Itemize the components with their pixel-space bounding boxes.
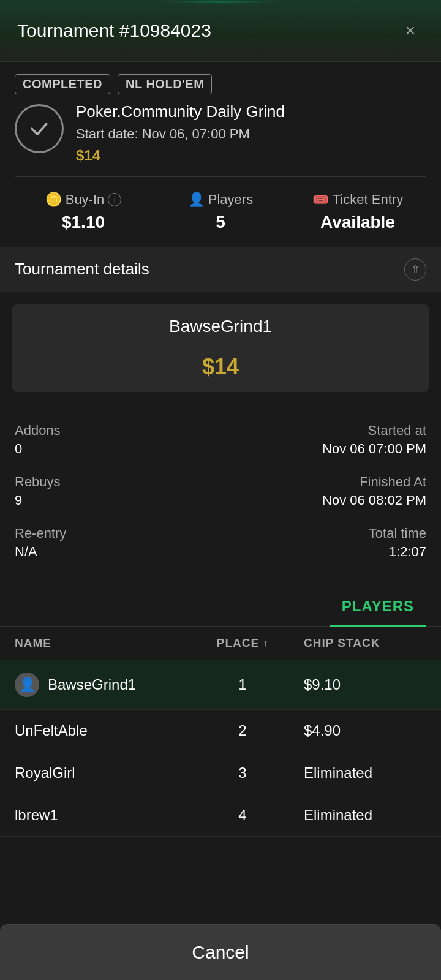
reentry-left: Re-entry N/A xyxy=(15,517,221,568)
info-icon: i xyxy=(108,193,121,206)
players-tab-section: PLAYERS NAME PLACE ↑ CHIP STACK 👤BawseGr… xyxy=(0,583,441,837)
chip-stack-cell: $4.90 xyxy=(304,722,426,739)
sort-arrow-icon: ↑ xyxy=(263,638,268,649)
buy-in-label: Buy-In xyxy=(66,192,105,208)
player-card-prize: $14 xyxy=(27,354,414,380)
status-badge: COMPLETED xyxy=(15,74,110,94)
rebuys-left: Rebuys 9 xyxy=(15,466,221,517)
place-cell: 2 xyxy=(181,722,304,739)
buy-in-icon: 🪙 xyxy=(45,192,62,208)
place-cell: 4 xyxy=(181,807,304,824)
table-header: NAME PLACE ↑ CHIP STACK xyxy=(0,627,441,660)
chip-stack-cell: $9.10 xyxy=(304,676,426,693)
tournament-name: Poker.Community Daily Grind xyxy=(76,102,426,123)
avatar: 👤 xyxy=(15,673,39,697)
ticket-icon: 🎟️ xyxy=(312,192,329,208)
table-row: lbrew14Eliminated xyxy=(0,794,441,837)
players-value: 5 xyxy=(216,213,225,232)
game-type-badge: NL HOLD'EM xyxy=(118,74,212,94)
player-name-cell: 👤BawseGrind1 xyxy=(15,673,181,697)
chip-stack-cell: Eliminated xyxy=(304,764,426,782)
players-table-body: 👤BawseGrind11$9.10UnFeltAble2$4.90RoyalG… xyxy=(0,660,441,837)
top-bar: Tournament #10984023 × xyxy=(0,0,441,62)
finished-at-right: Finished At Nov 06 08:02 PM xyxy=(221,466,426,517)
player-name-cell: RoyalGirl xyxy=(15,764,181,782)
place-cell: 1 xyxy=(181,676,304,693)
buy-in-stat: 🪙 Buy-In i $1.10 xyxy=(15,192,152,232)
details-header: Tournament details ⇧ xyxy=(0,247,441,292)
close-button[interactable]: × xyxy=(397,17,424,44)
tournament-title: Tournament #10984023 xyxy=(17,20,211,41)
col-place: PLACE ↑ xyxy=(181,636,304,650)
stats-row: 🪙 Buy-In i $1.10 👤 Players 5 🎟️ Ticket E… xyxy=(0,177,441,247)
ticket-entry-label: Ticket Entry xyxy=(333,192,403,208)
start-date: Start date: Nov 06, 07:00 PM xyxy=(76,126,426,142)
player-card: BawseGrind1 $14 xyxy=(12,304,429,392)
total-time-right: Total time 1:2:07 xyxy=(221,517,426,568)
col-name: NAME xyxy=(15,636,181,650)
completion-icon xyxy=(15,104,64,153)
content-area: COMPLETED NL HOLD'EM Poker.Community Dai… xyxy=(0,62,441,898)
collapse-button[interactable]: ⇧ xyxy=(404,258,426,281)
tab-players[interactable]: PLAYERS xyxy=(330,588,426,627)
chip-stack-cell: Eliminated xyxy=(304,807,426,824)
details-grid: Addons 0 Started at Nov 06 07:00 PM Rebu… xyxy=(0,404,441,583)
started-at-right: Started at Nov 06 07:00 PM xyxy=(221,414,426,466)
ticket-entry-stat: 🎟️ Ticket Entry Available xyxy=(289,192,426,232)
table-row: RoyalGirl3Eliminated xyxy=(0,752,441,794)
player-name-cell: UnFeltAble xyxy=(15,722,181,739)
player-name-cell: lbrew1 xyxy=(15,807,181,824)
addons-left: Addons 0 xyxy=(15,414,221,466)
table-row: 👤BawseGrind11$9.10 xyxy=(0,660,441,710)
col-chip-stack: CHIP STACK xyxy=(304,636,426,650)
player-card-name: BawseGrind1 xyxy=(27,317,414,345)
players-label: Players xyxy=(208,192,253,208)
prize-amount: $14 xyxy=(76,147,426,164)
buy-in-value: $1.10 xyxy=(62,213,105,232)
players-icon: 👤 xyxy=(188,192,205,208)
tournament-header: Poker.Community Daily Grind Start date: … xyxy=(0,102,441,176)
table-row: UnFeltAble2$4.90 xyxy=(0,710,441,752)
details-title: Tournament details xyxy=(15,260,149,279)
badges-row: COMPLETED NL HOLD'EM xyxy=(0,62,441,102)
cancel-button[interactable]: Cancel xyxy=(0,924,441,980)
tab-bar: PLAYERS xyxy=(0,588,441,627)
players-stat: 👤 Players 5 xyxy=(152,192,289,232)
tournament-info: Poker.Community Daily Grind Start date: … xyxy=(76,102,426,164)
ticket-entry-value: Available xyxy=(320,213,395,232)
place-cell: 3 xyxy=(181,764,304,782)
